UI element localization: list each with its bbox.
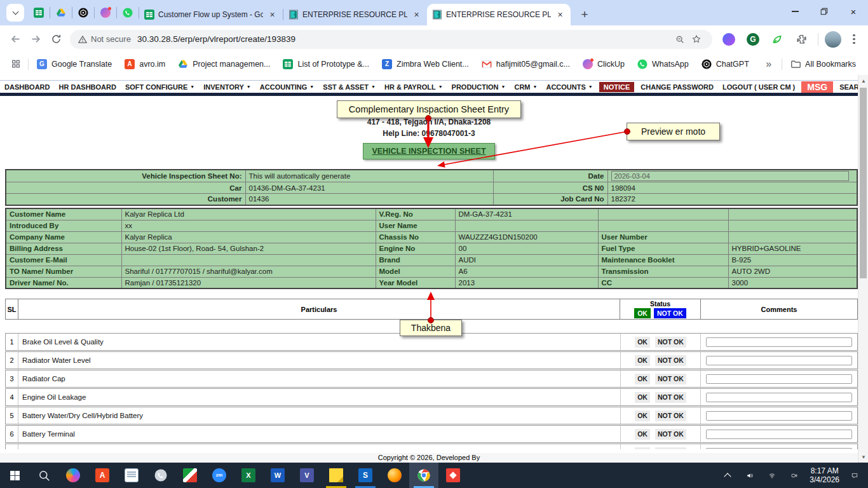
nav-item-inventory[interactable]: INVENTORY▼ [199,83,255,91]
extension-grammarly-button[interactable] [743,29,763,50]
nav-item-accounts[interactable]: ACCOUNTS▼ [541,83,597,91]
extension-leaf-button[interactable] [767,29,787,50]
tab-close-icon[interactable]: × [555,10,566,20]
address-bar[interactable]: Not secure 30.30.28.5/erp/erp/vlreport/c… [70,30,712,49]
taskbar-chrome-button[interactable] [409,463,438,488]
taskbar-start-button[interactable] [0,463,29,488]
close-button[interactable]: × [839,0,868,23]
extension-scribe-button[interactable] [719,29,739,50]
bookmark-list-of-prototype[interactable]: List of Prototype &... [278,57,374,71]
taskbar-zoom-button[interactable] [205,463,234,488]
taskbar-clock[interactable]: 8:17 AM 3/4/2026 [810,466,839,484]
taskbar-avro-button[interactable] [88,463,117,488]
browser-tab[interactable]: Customer Flow up System - Goo× [139,4,283,25]
scroll-up-arrow[interactable]: ▲ [858,76,868,86]
nav-item-sst-asset[interactable]: SST & ASSET▼ [318,83,380,91]
bookmark-avro-im[interactable]: avro.im [120,57,170,71]
bookmarks-overflow-button[interactable]: » [759,58,778,70]
pinned-tab-clickup[interactable] [95,7,116,18]
row-not-ok-button[interactable]: NOT OK [655,374,686,384]
nav-item-accounting[interactable]: ACCOUNTING▼ [255,83,319,91]
pinned-tab-drive[interactable] [50,7,72,18]
row-not-ok-button[interactable]: NOT OK [655,337,686,348]
tab-close-icon[interactable]: × [411,10,422,20]
bookmark-star-button[interactable] [688,31,705,48]
tab-close-icon[interactable]: × [267,10,278,20]
nav-item-soft-configure[interactable]: SOFT CONFIGURE▼ [121,83,199,91]
profile-avatar[interactable] [825,31,841,48]
comment-input[interactable] [706,430,852,439]
browser-menu-button[interactable] [845,30,863,48]
vertical-scrollbar[interactable]: ▲ ▼ [858,75,868,463]
comment-input[interactable] [706,337,852,347]
reload-button[interactable] [46,29,66,50]
row-ok-button[interactable]: OK [635,355,650,366]
pinned-tab-chatgpt[interactable] [72,7,94,18]
maximize-button[interactable] [810,0,839,23]
nav-item-dashboard[interactable]: DASHBOARD [0,83,55,91]
back-button[interactable] [5,29,25,50]
nav-item-msg[interactable]: MSG [801,81,833,93]
nav-item-hr-payroll[interactable]: HR & PAYROLL▼ [380,83,447,91]
forward-button[interactable] [25,29,46,50]
nav-item-change-password[interactable]: CHANGE PASSWORD [636,83,718,91]
comment-input[interactable] [706,393,852,402]
pinned-tab-whatsapp[interactable] [117,7,139,18]
browser-tab-active[interactable]: ENTERPRISE RESOURCE PLANN× [427,4,571,25]
taskbar-visio-button[interactable] [292,463,322,488]
bookmark-whatsapp[interactable]: WhatsApp [633,57,693,71]
taskbar-anydesk-button[interactable] [438,463,468,488]
comment-input[interactable] [706,411,852,421]
minimize-button[interactable] [780,0,810,23]
row-ok-button[interactable]: OK [635,429,650,440]
taskbar-excel-button[interactable] [234,463,263,488]
apps-shortcut-button[interactable] [8,56,24,72]
taskbar-word-button[interactable] [263,463,292,488]
pinned-tab-sheets[interactable] [28,7,50,18]
nav-item-notice[interactable]: NOTICE [599,82,635,92]
taskbar-foxit-button[interactable] [175,463,205,488]
comment-input[interactable] [706,356,852,365]
tab-search-chevron-button[interactable] [6,4,24,22]
row-ok-button[interactable]: OK [635,374,650,384]
comment-input[interactable] [706,374,852,384]
bookmark-chatgpt[interactable]: ChatGPT [697,57,754,71]
bookmark-hafijmit05-gmail-c[interactable]: hafijmit05@gmail.c... [477,57,574,71]
browser-tab[interactable]: ENTERPRISE RESOURCE PLANN× [283,4,427,25]
taskbar-whatsapp-button[interactable] [146,463,175,488]
row-not-ok-button[interactable]: NOT OK [655,410,686,421]
taskbar-copilot-button[interactable] [58,463,88,488]
meet-now-button[interactable] [787,466,801,485]
nav-item-crm[interactable]: CRM▼ [510,83,541,91]
new-tab-button[interactable]: + [576,6,593,24]
scroll-thumb[interactable] [860,88,867,278]
taskbar-firefox-button[interactable] [380,463,409,488]
zoom-out-button[interactable] [672,31,688,48]
row-ok-button[interactable]: OK [635,337,650,348]
taskbar-notepad-button[interactable] [117,463,146,488]
action-center-button[interactable] [848,466,862,485]
row-ok-button[interactable]: OK [635,392,650,403]
bookmark-project-managemen[interactable]: Project managemen... [173,57,275,71]
tray-expand-button[interactable] [721,466,735,485]
all-bookmarks-button[interactable]: All Bookmarks [786,57,860,71]
vehicle-inspection-sheet-button[interactable]: VEHICLE INSPECTION SHEET [363,143,494,159]
wifi-button[interactable] [765,466,779,485]
nav-item-hr-dashboard[interactable]: HR DASHBOARD [55,83,121,91]
taskbar-ssms-button[interactable] [351,463,380,488]
row-not-ok-button[interactable]: NOT OK [655,355,686,366]
nav-item-logout-user-cm[interactable]: LOGOUT ( USER CM ) [718,83,799,91]
row-not-ok-button[interactable]: NOT OK [655,429,686,440]
extensions-puzzle-button[interactable] [791,29,811,50]
bookmark-zimbra-web-client[interactable]: Zimbra Web Client... [377,57,473,71]
bookmark-google-translate[interactable]: Google Translate [32,57,116,71]
row-not-ok-button[interactable]: NOT OK [655,392,686,403]
volume-button[interactable] [743,466,757,485]
bookmark-clickup[interactable]: ClickUp [578,57,629,71]
row-ok-button[interactable]: OK [635,410,650,421]
scroll-down-arrow[interactable]: ▼ [858,452,868,462]
date-input[interactable] [611,171,849,181]
taskbar-sticky-notes-button[interactable] [322,463,351,488]
taskbar-search-button[interactable] [29,463,58,488]
nav-item-production[interactable]: PRODUCTION▼ [447,83,510,91]
